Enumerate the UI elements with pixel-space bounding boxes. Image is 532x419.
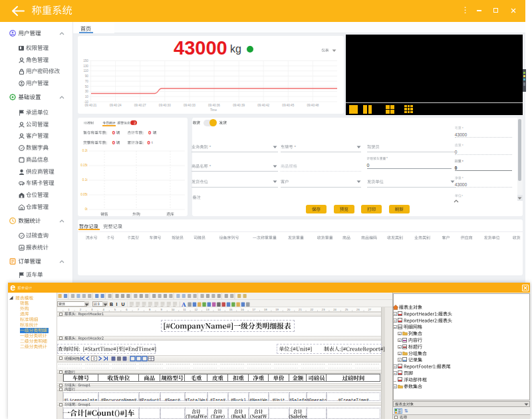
svg-text:Time: Time [210, 108, 217, 112]
svg-text:5: 5 [114, 308, 116, 311]
svg-text:09:40:24: 09:40:24 [110, 104, 122, 107]
svg-text:6: 6 [126, 308, 128, 311]
svg-text:8: 8 [149, 308, 151, 311]
svg-text:0.15t: 0.15t [80, 164, 88, 167]
svg-text:17: 17 [252, 308, 255, 311]
svg-text:0t: 0t [85, 208, 88, 211]
svg-text:26: 26 [356, 308, 360, 311]
svg-text:09:40:39: 09:40:39 [233, 104, 245, 107]
svg-text:24: 24 [333, 308, 336, 311]
svg-text:22: 22 [310, 308, 313, 311]
svg-text:9: 9 [160, 308, 162, 311]
svg-text:2: 2 [80, 308, 82, 311]
svg-text:09:40:42: 09:40:42 [257, 104, 269, 107]
svg-text:0.2t: 0.2t [82, 149, 88, 152]
svg-text:21: 21 [299, 308, 302, 311]
svg-text:70: 70 [85, 80, 89, 83]
svg-text:09:40:48: 09:40:48 [307, 104, 319, 107]
svg-text:18: 18 [264, 308, 267, 311]
svg-text:09:40:33: 09:40:33 [184, 104, 196, 107]
svg-text:27: 27 [368, 308, 371, 311]
svg-text:16: 16 [241, 308, 244, 311]
svg-text:09:40:27: 09:40:27 [134, 104, 146, 107]
svg-text:0.1t: 0.1t [82, 178, 88, 182]
svg-text:150: 150 [83, 59, 88, 63]
svg-text:25: 25 [345, 308, 348, 311]
svg-text:19: 19 [275, 308, 279, 311]
svg-text:09:40:45: 09:40:45 [282, 104, 294, 107]
svg-text:A: A [182, 301, 186, 307]
svg-text:14: 14 [217, 308, 221, 311]
svg-text:23: 23 [322, 308, 325, 311]
svg-text:11: 11 [183, 308, 186, 311]
svg-text:30: 30 [85, 90, 89, 93]
svg-text:09:40:21: 09:40:21 [85, 104, 97, 107]
svg-text:0: 0 [92, 356, 94, 360]
svg-text:7: 7 [138, 308, 140, 311]
svg-text:3: 3 [91, 308, 93, 311]
svg-text:50: 50 [85, 85, 89, 88]
svg-text:12: 12 [194, 308, 198, 311]
svg-text:10: 10 [172, 308, 175, 311]
svg-text:4: 4 [102, 308, 104, 311]
svg-text:20: 20 [287, 308, 291, 311]
svg-text:0.05t: 0.05t [80, 193, 88, 196]
svg-text:13: 13 [206, 308, 209, 311]
svg-text:1: 1 [68, 308, 70, 311]
svg-text:90: 90 [85, 74, 89, 78]
svg-text:09:40:30: 09:40:30 [159, 104, 171, 107]
svg-text:15: 15 [229, 308, 233, 311]
svg-text:10: 10 [85, 95, 89, 98]
svg-text:09:40:36: 09:40:36 [208, 104, 220, 107]
